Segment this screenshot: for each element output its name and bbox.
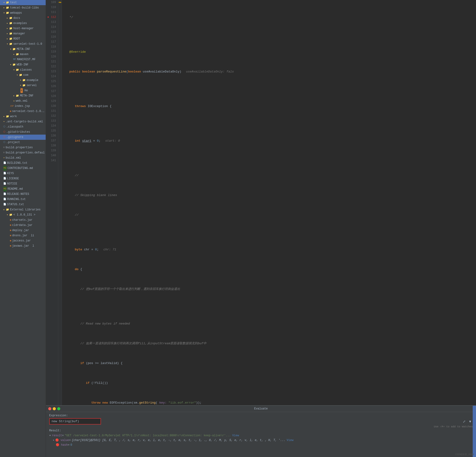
code-line-111: @Override bbox=[64, 50, 476, 54]
sidebar-item-servel[interactable]: ▾ 📁 servel bbox=[0, 83, 46, 88]
sidebar-item-examples[interactable]: ▸ 📁 examples bbox=[0, 21, 46, 26]
close-button[interactable] bbox=[48, 407, 51, 410]
sidebar-item-jaccess-jar[interactable]: ▣ jaccess.jar bbox=[0, 238, 46, 243]
sidebar-item-charsets-jar[interactable]: ▣ charsets.jar bbox=[0, 217, 46, 223]
expand-arrow-icon: ▾ bbox=[7, 42, 8, 46]
sidebar-item-contributing-md[interactable]: MD CONTRIBUTING.md bbox=[0, 166, 46, 171]
expand-arrow-icon: ▾ bbox=[3, 0, 5, 5]
sidebar-item-web-inf[interactable]: ▾ 📁 WEB-INF bbox=[0, 62, 46, 67]
sidebar-item-com[interactable]: ▾ 📁 com bbox=[0, 72, 46, 78]
code-area[interactable]: 109 110 111 112 113 114 115 116 117 118 … bbox=[46, 0, 476, 405]
folder-icon: 📁 bbox=[16, 52, 19, 57]
sidebar-item-gitattributes[interactable]: ⬡ .gitattributes bbox=[0, 129, 46, 135]
jar-jaccess-icon: ▣ bbox=[10, 238, 11, 243]
sidebar-item-keys[interactable]: 📄 KEYS bbox=[0, 171, 46, 176]
sidebar-item-external-libraries[interactable]: ▸ 📁 External Libraries bbox=[0, 207, 46, 212]
sidebar-item-status-txt[interactable]: 📄 STATUS.txt bbox=[0, 202, 46, 207]
breakpoint-indicator: 112 bbox=[47, 15, 56, 20]
sidebar-item-work[interactable]: ▸ 📁 work bbox=[0, 114, 46, 119]
md-file-icon: MD bbox=[3, 166, 7, 171]
sidebar-item-build-properties-default[interactable]: ⚙ build.properties.defaul bbox=[0, 150, 46, 155]
sidebar-item-label: ROOT bbox=[13, 36, 45, 41]
sidebar-item-label: .gitignore bbox=[6, 135, 45, 140]
folder-icon: 📁 bbox=[9, 16, 12, 20]
expand-expression-button[interactable]: ⤢ bbox=[462, 419, 467, 424]
sidebar-item-manager[interactable]: ▸ 📁 manager bbox=[0, 31, 46, 36]
sidebar-item-ant-targets[interactable]: ✦ .ant-targets-build.xml bbox=[0, 119, 46, 124]
sidebar-item-notice[interactable]: 📄 NOTICE bbox=[0, 181, 46, 186]
sidebar-item-docs[interactable]: ▸ 📁 docs bbox=[0, 16, 46, 21]
sidebar-item-webapps[interactable]: ▾ 📁 webapps bbox=[0, 10, 46, 16]
sidebar-item-release-notes[interactable]: 📄 RELEASE-NOTES bbox=[0, 192, 46, 197]
sidebar-item-project[interactable]: ⬡ .project bbox=[0, 140, 46, 145]
sidebar-item-classpath[interactable]: ⬡ .classpath bbox=[0, 124, 46, 129]
code-line-126: // Read new bytes if needed bbox=[64, 321, 476, 326]
sidebar-item-deploy-jar[interactable]: ▣ deploy.jar bbox=[0, 228, 46, 233]
sidebar-item-label: LICENSE bbox=[7, 176, 45, 181]
window-controls[interactable] bbox=[48, 407, 60, 410]
jar-charsets-icon: ▣ bbox=[10, 218, 11, 222]
classpath-file-icon: ⬡ bbox=[3, 125, 5, 129]
code-line-118: // bbox=[64, 173, 476, 178]
sidebar-item-readme-md[interactable]: MD README.md bbox=[0, 186, 46, 192]
git-file-icon-2: ⬡ bbox=[3, 135, 5, 140]
sidebar-item-classes[interactable]: ▾ 📁 classes bbox=[0, 67, 46, 72]
value-expand-arrow[interactable]: ▸ bbox=[53, 438, 54, 443]
sidebar-item-build-properties[interactable]: ⚙ build.properties bbox=[0, 145, 46, 150]
sidebar-item-servelet-war[interactable]: ▣ servelet-test-1.0.wa bbox=[0, 109, 46, 114]
sidebar-item-host-manager[interactable]: ▸ 📁 host-manager bbox=[0, 26, 46, 31]
folder-icon: 📁 bbox=[9, 21, 12, 26]
sidebar-item-license[interactable]: 📄 LICENSE bbox=[0, 176, 46, 181]
sidebar-item-building-txt[interactable]: 📄 BUILDING.txt bbox=[0, 161, 46, 166]
sidebar-item-maven[interactable]: ▸ 📁 maven bbox=[0, 52, 46, 57]
notice-file-icon: 📄 bbox=[3, 181, 6, 186]
sidebar-item-label: servelet-test-1.0 bbox=[13, 42, 45, 46]
code-line-119: // Skipping blank lines bbox=[64, 193, 476, 198]
minimize-button[interactable] bbox=[53, 407, 56, 410]
sidebar-item-meta-inf[interactable]: ▾ 📁 META-INF bbox=[0, 47, 46, 52]
keys-file-icon: 📄 bbox=[3, 171, 6, 176]
sidebar-item-manifest[interactable]: MF MANIFEST.MF bbox=[0, 57, 46, 62]
sidebar-item-dnsns-jar[interactable]: ▣ dnsns.jar li bbox=[0, 233, 46, 238]
xml-file-icon: ✦ bbox=[13, 99, 15, 103]
sidebar-item-running-txt[interactable]: 📄 RUNNING.txt bbox=[0, 197, 46, 202]
sidebar-item-label: manager bbox=[13, 31, 45, 36]
sidebar-item-servelet-test[interactable]: ▾ 📁 servelet-test-1.0 bbox=[0, 42, 46, 47]
result-view-link[interactable]: View bbox=[232, 433, 239, 438]
sidebar-item-meta-inf2[interactable]: ▸ 📁 META-INF bbox=[0, 93, 46, 98]
expression-input[interactable] bbox=[49, 418, 101, 424]
result-expand-arrow[interactable]: ▾ bbox=[49, 433, 51, 438]
result-name-value: 🔴 value bbox=[55, 438, 69, 443]
folder-icon: 📁 bbox=[6, 207, 9, 212]
folder-icon: 📁 bbox=[9, 31, 12, 36]
sidebar-item-root[interactable]: ▸ 📁 ROOT bbox=[0, 36, 46, 42]
sidebar-item-cldrdata-jar[interactable]: ▣ cldrdata.jar bbox=[0, 223, 46, 228]
maximize-button[interactable] bbox=[57, 407, 60, 410]
dropdown-expression-button[interactable]: ▼ bbox=[468, 419, 473, 424]
license-file-icon: 📄 bbox=[3, 176, 6, 181]
expand-arrow-icon: ▸ bbox=[7, 16, 8, 20]
result-value-view-link[interactable]: View bbox=[287, 438, 294, 443]
git-file-icon: ⬡ bbox=[3, 130, 5, 134]
sidebar-item-index-jsp[interactable]: JSP index.jsp bbox=[0, 103, 46, 109]
sidebar-item-he[interactable]: C He bbox=[0, 88, 46, 93]
expand-arrow-icon: ▾ bbox=[13, 68, 15, 72]
expand-arrow-icon: ▸ bbox=[3, 114, 5, 119]
expand-arrow-icon: ▸ bbox=[3, 207, 5, 212]
result-value-chars: {char[8192]@2561} [G, E, T, , /, s, e, r… bbox=[72, 438, 285, 443]
sidebar-item-label: web.xml bbox=[16, 99, 45, 103]
watermark: CSDN@张某_8888 bbox=[455, 453, 474, 456]
sidebar-item-jdk-180[interactable]: ▾ 📁 < 1.8.0_131 > bbox=[0, 212, 46, 217]
sidebar-item-web-xml[interactable]: ✦ web.xml bbox=[0, 98, 46, 103]
sidebar-item-javaws-jar[interactable]: ▣ javaws.jar l bbox=[0, 243, 46, 248]
sidebar-item-example[interactable]: ▾ 📁 example bbox=[0, 78, 46, 83]
watches-hint: Use ⇧⌘⏎ to add to Watches bbox=[49, 425, 473, 428]
sidebar-item-test[interactable]: ▾ 📁 test bbox=[0, 0, 46, 5]
file-tree[interactable]: ▾ 📁 test ▸ 📁 tomcat-build-libs ▾ 📁 webap… bbox=[0, 0, 46, 457]
sidebar-item-label: BUILDING.txt bbox=[7, 161, 45, 165]
evaluate-title: Evaluate bbox=[254, 407, 268, 410]
sidebar-item-build-xml[interactable]: ✦ build.xml bbox=[0, 155, 46, 161]
sidebar-item-gitignore[interactable]: ⬡ .gitignore bbox=[0, 135, 46, 140]
expand-arrow-icon: ▸ bbox=[3, 5, 5, 10]
sidebar-item-tomcat-build-libs[interactable]: ▸ 📁 tomcat-build-libs bbox=[0, 5, 46, 10]
